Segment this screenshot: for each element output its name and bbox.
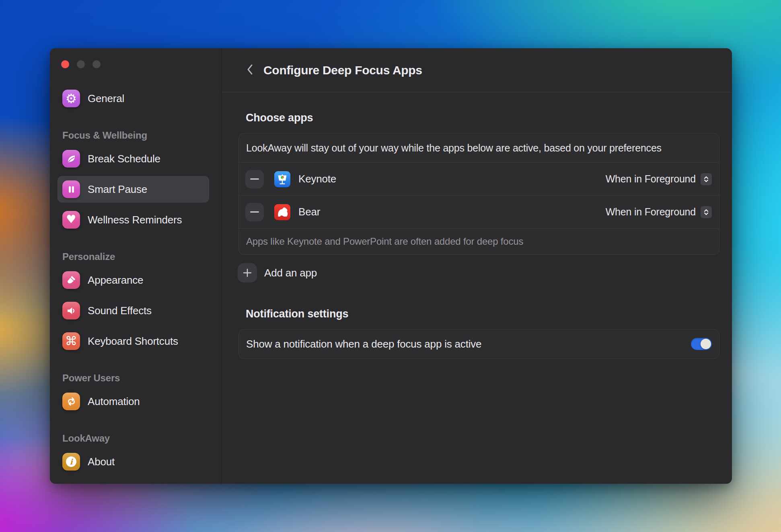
app-row-keynote: KeynoteWhen in Foreground [239,162,719,195]
keynote-app-icon [274,171,290,187]
up-down-chevrons-icon [701,173,712,185]
sidebar-item-break-schedule[interactable]: Break Schedule [58,145,209,172]
traffic-lights [55,48,221,68]
toggle-knob [701,339,711,349]
app-mode-value: When in Foreground [606,173,696,185]
pause-icon [62,180,80,198]
sidebar-item-general[interactable]: ⚙General [58,85,209,112]
speaker-icon [62,302,80,319]
sidebar-item-keyboard-shortcuts[interactable]: ⌘Keyboard Shortcuts [58,328,209,354]
main-content: Choose apps LookAway will stay out of yo… [222,92,732,359]
page-title: Configure Deep Focus Apps [263,63,422,77]
sidebar-item-about[interactable]: iAbout [58,448,209,475]
apps-card-footnote: Apps like Keynote and PowerPoint are oft… [239,228,719,254]
app-row-bear: BearWhen in Foreground [239,195,719,228]
heart-icon: ♥ [62,211,80,229]
app-name: Bear [298,206,606,218]
notification-toggle[interactable] [691,338,712,350]
main-panel: Configure Deep Focus Apps Choose apps Lo… [222,48,732,484]
gear-icon: ⚙ [62,90,80,107]
bear-app-icon [274,204,290,220]
sidebar-item-appearance[interactable]: Appearance [58,267,209,293]
sidebar-item-label: Automation [88,395,140,408]
sidebar-section-header-power-users: Power Users [50,372,221,384]
remove-app-button[interactable] [245,170,264,188]
sidebar-item-label: Smart Pause [88,183,147,196]
add-app-label: Add an app [264,267,317,279]
app-mode-select[interactable]: When in Foreground [606,173,712,185]
settings-window: ⚙GeneralFocus & WellbeingBreak ScheduleS… [50,48,732,484]
sidebar-item-label: Sound Effects [88,305,152,317]
notification-toggle-card: Show a notification when a deep focus ap… [238,329,719,359]
app-name: Keynote [298,173,606,185]
sidebar-item-label: General [88,92,124,105]
sidebar-item-label: About [88,456,115,468]
choose-apps-heading: Choose apps [238,112,719,124]
apps-card: LookAway will stay out of your way while… [238,133,719,255]
repeat-icon [62,393,80,410]
sidebar-nav: ⚙GeneralFocus & WellbeingBreak ScheduleS… [50,83,221,477]
remove-app-button[interactable] [245,203,264,221]
command-icon: ⌘ [62,332,80,350]
sidebar-section-header-focus-wellbeing: Focus & Wellbeing [50,130,221,141]
sidebar-item-smart-pause[interactable]: Smart Pause [58,176,209,203]
back-button[interactable] [243,62,257,78]
sidebar-item-automation[interactable]: Automation [58,388,209,415]
minus-icon [250,211,259,213]
sidebar-item-label: Wellness Reminders [88,214,182,226]
leaf-icon [62,150,80,168]
app-mode-select[interactable]: When in Foreground [606,206,712,218]
info-icon: i [62,453,80,471]
close-window-button[interactable] [61,60,69,68]
sidebar-item-sound-effects[interactable]: Sound Effects [58,297,209,324]
app-rows: KeynoteWhen in ForegroundBearWhen in For… [239,162,719,228]
plus-icon [238,263,257,282]
sidebar-section-header-personalize: Personalize [50,251,221,262]
sidebar-item-label: Appearance [88,274,143,286]
sidebar-item-wellness-reminders[interactable]: ♥Wellness Reminders [58,207,209,233]
sidebar: ⚙GeneralFocus & WellbeingBreak ScheduleS… [50,48,222,484]
sidebar-item-label: Break Schedule [88,153,160,165]
zoom-window-button[interactable] [92,60,101,68]
sidebar-section-header-lookaway: LookAway [50,433,221,444]
app-mode-value: When in Foreground [606,206,696,218]
minimize-window-button[interactable] [77,60,85,68]
chevron-left-icon [247,64,253,77]
minus-icon [250,178,259,180]
notification-settings-heading: Notification settings [238,308,719,320]
notification-toggle-label: Show a notification when a deep focus ap… [246,338,691,350]
paintbrush-icon [62,271,80,289]
main-header: Configure Deep Focus Apps [222,48,732,92]
apps-card-description: LookAway will stay out of your way while… [239,133,719,162]
sidebar-item-label: Keyboard Shortcuts [88,335,178,348]
add-app-button[interactable]: Add an app [238,263,317,283]
up-down-chevrons-icon [701,206,712,218]
